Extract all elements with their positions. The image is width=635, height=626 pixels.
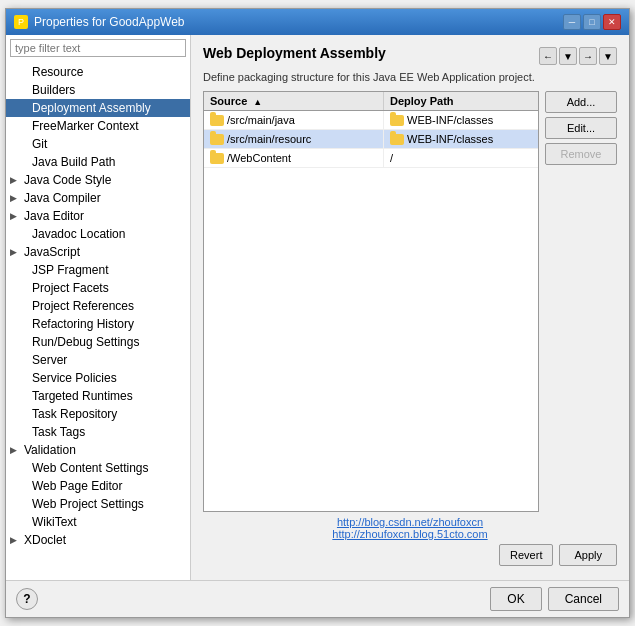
close-button[interactable]: ✕	[603, 14, 621, 30]
content-area: ResourceBuildersDeployment AssemblyFreeM…	[6, 35, 629, 580]
window-title: Properties for GoodAppWeb	[34, 15, 185, 29]
sidebar-item-label: Java Build Path	[32, 155, 115, 169]
table-row[interactable]: /WebContent/	[204, 149, 538, 168]
panel-header-row: Web Deployment Assembly ← ▼ → ▼	[203, 45, 617, 67]
table-row[interactable]: /src/main/resourcWEB-INF/classes	[204, 130, 538, 149]
sidebar-item-label: Web Project Settings	[32, 497, 144, 511]
window-icon: P	[14, 15, 28, 29]
sidebar-item-task-repository[interactable]: Task Repository	[6, 405, 190, 423]
col-source-header: Source ▲	[204, 92, 384, 110]
sidebar-item-builders[interactable]: Builders	[6, 81, 190, 99]
link-csdn[interactable]: http://blog.csdn.net/zhoufoxcn	[203, 516, 617, 528]
link-51cto[interactable]: http://zhoufoxcn.blog.51cto.com	[203, 528, 617, 540]
remove-button[interactable]: Remove	[545, 143, 617, 165]
ok-button[interactable]: OK	[490, 587, 541, 611]
bottom-bar: ? OK Cancel	[6, 580, 629, 617]
cell-deploy-2: /	[384, 149, 538, 167]
sidebar-item-label: Task Tags	[32, 425, 85, 439]
sidebar-item-label: Javadoc Location	[32, 227, 125, 241]
sidebar-item-freemarker[interactable]: FreeMarker Context	[6, 117, 190, 135]
nav-forward-dropdown-button[interactable]: ▼	[599, 47, 617, 65]
revert-area: Revert Apply	[203, 540, 617, 570]
expand-arrow-icon: ▶	[10, 175, 20, 185]
sidebar-item-label: JavaScript	[24, 245, 80, 259]
panel-title: Web Deployment Assembly	[203, 45, 386, 61]
minimize-button[interactable]: ─	[563, 14, 581, 30]
sidebar-item-label: Web Page Editor	[32, 479, 123, 493]
sidebar-item-javascript[interactable]: ▶JavaScript	[6, 243, 190, 261]
sidebar-item-project-references[interactable]: Project References	[6, 297, 190, 315]
sidebar-item-run-debug[interactable]: Run/Debug Settings	[6, 333, 190, 351]
sidebar-item-java-compiler[interactable]: ▶Java Compiler	[6, 189, 190, 207]
sidebar-item-label: FreeMarker Context	[32, 119, 139, 133]
sidebar-item-java-editor[interactable]: ▶Java Editor	[6, 207, 190, 225]
sidebar-item-web-project-settings[interactable]: Web Project Settings	[6, 495, 190, 513]
sidebar-item-wikitext[interactable]: WikiText	[6, 513, 190, 531]
sidebar-item-targeted-runtimes[interactable]: Targeted Runtimes	[6, 387, 190, 405]
cell-source-0: /src/main/java	[204, 111, 384, 129]
sidebar-item-web-content-settings[interactable]: Web Content Settings	[6, 459, 190, 477]
sidebar-item-label: Project Facets	[32, 281, 109, 295]
sidebar-item-label: JSP Fragment	[32, 263, 108, 277]
sidebar-item-task-tags[interactable]: Task Tags	[6, 423, 190, 441]
cell-source-1: /src/main/resourc	[204, 130, 384, 148]
cell-deploy-0: WEB-INF/classes	[384, 111, 538, 129]
left-panel: ResourceBuildersDeployment AssemblyFreeM…	[6, 35, 191, 580]
sidebar-item-deployment-assembly[interactable]: Deployment Assembly	[6, 99, 190, 117]
assembly-table: Source ▲ Deploy Path /src/main/javaWEB-I…	[203, 91, 539, 512]
title-buttons: ─ □ ✕	[563, 14, 621, 30]
tree-list: ResourceBuildersDeployment AssemblyFreeM…	[6, 61, 190, 580]
sidebar-item-jsp-fragment[interactable]: JSP Fragment	[6, 261, 190, 279]
sidebar-item-label: WikiText	[32, 515, 77, 529]
expand-arrow-icon: ▶	[10, 535, 20, 545]
help-button[interactable]: ?	[16, 588, 38, 610]
sidebar-item-label: Java Compiler	[24, 191, 101, 205]
panel-description: Define packaging structure for this Java…	[203, 71, 617, 83]
nav-forward-button[interactable]: →	[579, 47, 597, 65]
edit-button[interactable]: Edit...	[545, 117, 617, 139]
links-area: http://blog.csdn.net/zhoufoxcn http://zh…	[203, 516, 617, 540]
sidebar-item-javadoc-location[interactable]: Javadoc Location	[6, 225, 190, 243]
revert-button[interactable]: Revert	[499, 544, 553, 566]
action-buttons: Add... Edit... Remove	[545, 91, 617, 512]
sidebar-item-label: Run/Debug Settings	[32, 335, 139, 349]
sidebar-item-label: Builders	[32, 83, 75, 97]
sidebar-item-refactoring-history[interactable]: Refactoring History	[6, 315, 190, 333]
title-bar-left: P Properties for GoodAppWeb	[14, 15, 185, 29]
sidebar-item-java-build-path[interactable]: Java Build Path	[6, 153, 190, 171]
table-row[interactable]: /src/main/javaWEB-INF/classes	[204, 111, 538, 130]
col-deploy-header: Deploy Path	[384, 92, 538, 110]
sidebar-item-resource[interactable]: Resource	[6, 63, 190, 81]
table-area: Source ▲ Deploy Path /src/main/javaWEB-I…	[203, 91, 617, 512]
sidebar-item-web-page-editor[interactable]: Web Page Editor	[6, 477, 190, 495]
nav-back-button[interactable]: ←	[539, 47, 557, 65]
properties-window: P Properties for GoodAppWeb ─ □ ✕ Resour…	[5, 8, 630, 618]
sidebar-item-java-code-style[interactable]: ▶Java Code Style	[6, 171, 190, 189]
sidebar-item-label: Deployment Assembly	[32, 101, 151, 115]
sidebar-item-xdoclet[interactable]: ▶XDoclet	[6, 531, 190, 549]
expand-arrow-icon: ▶	[10, 445, 20, 455]
filter-input[interactable]	[10, 39, 186, 57]
sidebar-item-label: Web Content Settings	[32, 461, 149, 475]
sort-indicator: ▲	[253, 97, 262, 107]
sidebar-item-label: XDoclet	[24, 533, 66, 547]
sidebar-item-project-facets[interactable]: Project Facets	[6, 279, 190, 297]
expand-arrow-icon: ▶	[10, 247, 20, 257]
sidebar-item-label: Resource	[32, 65, 83, 79]
sidebar-item-service-policies[interactable]: Service Policies	[6, 369, 190, 387]
cancel-button[interactable]: Cancel	[548, 587, 619, 611]
folder-icon	[390, 115, 404, 126]
sidebar-item-git[interactable]: Git	[6, 135, 190, 153]
right-panel: Web Deployment Assembly ← ▼ → ▼ Define p…	[191, 35, 629, 580]
folder-icon	[210, 115, 224, 126]
sidebar-item-label: Validation	[24, 443, 76, 457]
add-button[interactable]: Add...	[545, 91, 617, 113]
apply-button[interactable]: Apply	[559, 544, 617, 566]
nav-dropdown-button[interactable]: ▼	[559, 47, 577, 65]
sidebar-item-label: Git	[32, 137, 47, 151]
sidebar-item-label: Task Repository	[32, 407, 117, 421]
maximize-button[interactable]: □	[583, 14, 601, 30]
sidebar-item-server[interactable]: Server	[6, 351, 190, 369]
bottom-buttons: OK Cancel	[490, 587, 619, 611]
sidebar-item-validation[interactable]: ▶Validation	[6, 441, 190, 459]
